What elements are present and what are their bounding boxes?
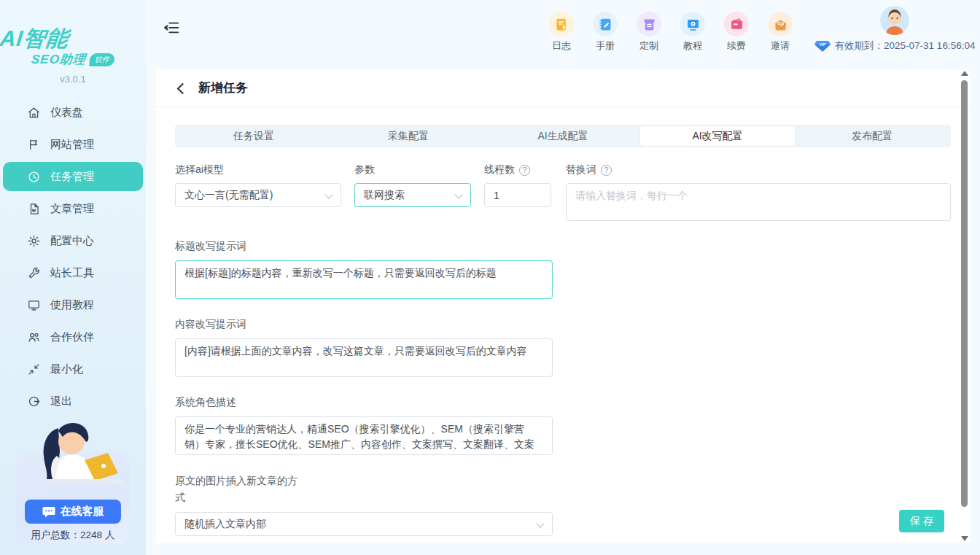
chevron-down-icon [454,190,462,198]
back-button[interactable] [175,82,188,95]
sidebar-item-label: 配置中心 [50,234,94,248]
tab-task-settings[interactable]: 任务设置 [176,126,331,146]
sidebar-item-partners[interactable]: 合作伙伴 [3,322,143,352]
sidebar-item-label: 任务管理 [50,170,94,184]
topbar: 日志 手册 定制 教程 [146,0,980,69]
page-header: 新增任务 [156,69,970,107]
app-logo: AI智能 SEO助理 软件 [0,0,146,68]
replace-words-label: 替换词 [566,163,596,176]
scrollbar [961,71,968,543]
sidebar-item-webmaster-tools[interactable]: 站长工具 [3,258,143,287]
topbar-action-label: 日志 [552,39,571,53]
vip-badge-icon: VIP [814,40,831,53]
flag-icon [27,138,41,152]
scrollbar-down-arrow[interactable] [961,536,968,541]
app-window: AI智能 SEO助理 软件 v3.0.1 仪表盘 网站管理 任务管理 文章管 [0,0,980,555]
sidebar: AI智能 SEO助理 软件 v3.0.1 仪表盘 网站管理 任务管理 文章管 [0,0,146,555]
monitor-icon [27,298,41,312]
chevron-down-icon [536,519,544,527]
gear-icon [27,234,41,248]
collapse-sidebar-icon[interactable] [164,20,180,35]
system-role-textarea[interactable]: 你是一个专业的营销达人，精通SEO（搜索引擎优化）、SEM（搜索引擎营销）专家，… [175,416,553,455]
topbar-action-label: 定制 [639,39,658,53]
minimize-icon [27,362,41,376]
content-prompt-label: 内容改写提示词 [175,318,553,331]
topbar-action-renew[interactable]: 续费 [720,12,752,53]
tab-ai-rewrite-config[interactable]: AI改写配置 [640,126,795,146]
sidebar-item-label: 退出 [50,395,72,408]
profile: VIP 有效期到：2025-07-31 16:56:04 [814,6,976,53]
topbar-action-label: 教程 [683,39,702,53]
invite-icon [768,12,793,36]
customer-service-illustration [20,418,125,504]
threads-input[interactable] [484,183,551,207]
main-area: 日志 手册 定制 教程 [146,0,980,555]
sidebar-item-tasks[interactable]: 任务管理 [3,162,143,191]
logo-line1: AI智能 [0,28,147,50]
title-prompt-textarea[interactable]: 根据[标题]的标题内容，重新改写一个标题，只需要返回改写后的标题 [175,260,553,299]
topbar-action-manual[interactable]: 手册 [589,12,621,53]
replace-words-help-icon[interactable]: ? [601,165,612,176]
log-icon [549,12,574,36]
vip-status: VIP 有效期到：2025-07-31 16:56:04 [814,39,976,53]
logout-icon [27,395,41,408]
content-card: 新增任务 任务设置 采集配置 AI生成配置 AI改写配置 发布配置 选择ai模型… [156,69,970,543]
clock-icon [27,170,41,184]
content-prompt-field: 内容改写提示词 [内容]请根据上面的文章内容，改写这篇文章，只需要返回改写后的文… [175,318,553,377]
sidebar-item-label: 最小化 [50,362,83,376]
chat-bubble-icon [42,506,55,518]
topbar-actions: 日志 手册 定制 教程 [545,12,796,53]
image-insert-value: 随机插入文章内部 [184,518,266,531]
sidebar-item-label: 合作伙伴 [50,330,94,344]
user-count: 用户总数：2248 人 [16,529,130,542]
avatar[interactable] [880,6,909,35]
sidebar-item-label: 站长工具 [50,266,94,280]
tab-ai-generate-config[interactable]: AI生成配置 [486,126,640,146]
logo-badge: 软件 [89,53,115,66]
chevron-down-icon [324,190,332,198]
param-select[interactable]: 联网搜索 [354,183,471,207]
topbar-action-invite[interactable]: 邀请 [764,12,796,53]
system-role-field: 系统角色描述 你是一个专业的营销达人，精通SEO（搜索引擎优化）、SEM（搜索引… [175,396,553,455]
threads-help-icon[interactable]: ? [519,165,530,176]
online-support-button[interactable]: 在线客服 [25,500,121,524]
topbar-action-label: 续费 [727,39,746,53]
save-button[interactable]: 保存 [899,510,944,532]
sidebar-menu: 仪表盘 网站管理 任务管理 文章管理 配置中心 站长工具 [0,98,146,416]
partners-icon [27,330,41,344]
sidebar-item-tutorials[interactable]: 使用教程 [3,290,143,319]
param-select-value: 联网搜索 [364,189,405,202]
image-insert-field: 原文的图片插入新文章的方式 随机插入文章内部 原文的图片插入新文章的方式 [175,473,553,543]
topbar-action-label: 邀请 [771,39,790,53]
custom-icon [637,12,661,36]
page-title: 新增任务 [198,79,248,96]
model-select[interactable]: 文心一言(无需配置) [175,183,341,207]
image-insert-select[interactable]: 随机插入文章内部 [175,512,553,536]
topbar-action-logs[interactable]: 日志 [545,12,578,53]
sidebar-item-minimize[interactable]: 最小化 [3,354,143,384]
topbar-action-tutorial[interactable]: 教程 [677,12,709,53]
tab-publish-config[interactable]: 发布配置 [795,126,949,146]
sidebar-item-label: 网站管理 [50,138,94,152]
topbar-action-custom[interactable]: 定制 [633,12,665,53]
home-icon [27,106,41,120]
tab-bar: 任务设置 采集配置 AI生成配置 AI改写配置 发布配置 [175,125,951,147]
replace-words-textarea[interactable] [566,183,951,221]
customer-service-panel: 在线客服 用户总数：2248 人 [16,451,130,545]
tutorial-icon [680,12,705,36]
model-label: 选择ai模型 [175,163,341,176]
content-prompt-textarea[interactable]: [内容]请根据上面的文章内容，改写这篇文章，只需要返回改写后的文章内容 [175,338,553,377]
title-prompt-field: 标题改写提示词 根据[标题]的标题内容，重新改写一个标题，只需要返回改写后的标题 [175,240,553,299]
online-support-label: 在线客服 [61,505,104,519]
sidebar-item-config[interactable]: 配置中心 [3,226,143,255]
sidebar-item-websites[interactable]: 网站管理 [3,130,143,159]
topbar-action-label: 手册 [596,39,615,53]
scrollbar-up-arrow[interactable] [961,71,968,76]
sidebar-item-articles[interactable]: 文章管理 [3,194,143,223]
title-prompt-label: 标题改写提示词 [175,240,553,253]
image-insert-label: 原文的图片插入新文章的方式 [175,473,305,506]
sidebar-item-logout[interactable]: 退出 [3,387,143,416]
scrollbar-thumb[interactable] [961,80,968,507]
tab-collect-config[interactable]: 采集配置 [331,126,486,146]
sidebar-item-dashboard[interactable]: 仪表盘 [3,98,143,127]
